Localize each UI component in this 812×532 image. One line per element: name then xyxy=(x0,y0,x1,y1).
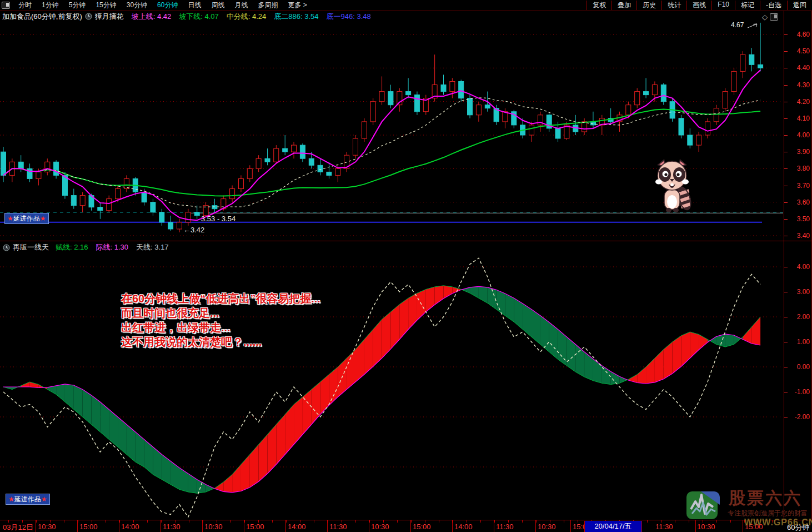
menu-item-分时[interactable]: 分时 xyxy=(13,1,37,10)
menu-item-月线[interactable]: 月线 xyxy=(229,1,253,10)
tool-menu: 复权叠加历史统计画线F10标记-自选返回 xyxy=(587,1,812,10)
sub-indicator-values: 赋线: 2.16际线: 1.30天线: 3.17 xyxy=(56,242,177,252)
menu-item-日线[interactable]: 日线 xyxy=(183,1,206,10)
clock-icon[interactable] xyxy=(3,244,10,251)
menu-item-画线[interactable]: 画线 xyxy=(686,1,711,10)
commentary-note: 在60分钟线上做“低进高出”很容易把握... 而且时间也很充足... 出红带进，… xyxy=(121,291,320,349)
menu-item-标记[interactable]: 标记 xyxy=(735,1,760,10)
time-label: 10:30 xyxy=(38,523,56,531)
time-label: 11:30 xyxy=(163,523,181,531)
indicator-value-底二886: 底二886: 3.54 xyxy=(274,12,318,21)
high-annotation: 4.67 xyxy=(731,21,744,29)
menu-item-15分钟[interactable]: 15分钟 xyxy=(91,1,121,10)
main-indicator-name: 獐月摘花 xyxy=(95,12,124,22)
menu-item-5分钟[interactable]: 5分钟 xyxy=(64,1,91,10)
menu-item-更多 >[interactable]: 更多 > xyxy=(283,1,312,10)
right-border xyxy=(811,11,811,532)
axis-label: 3.60 xyxy=(785,198,810,206)
time-label: 11:30 xyxy=(329,523,347,531)
menu-item-历史[interactable]: 历史 xyxy=(636,1,661,10)
axis-label: 0.00 xyxy=(785,363,810,371)
menu-item-周线[interactable]: 周线 xyxy=(206,1,229,10)
star-icon: ★ xyxy=(41,495,47,503)
time-label: 03月12日 xyxy=(3,523,33,532)
sub-chart[interactable] xyxy=(0,253,783,519)
axis-label: 3.80 xyxy=(785,165,810,172)
panel-icon[interactable] xyxy=(770,13,778,21)
author-badge-sub: ★延进作品★ xyxy=(6,494,50,505)
clock-icon[interactable] xyxy=(85,13,92,20)
time-label: 10:30 xyxy=(371,523,389,531)
menu-item--自选[interactable]: -自选 xyxy=(760,1,787,10)
panel-divider xyxy=(0,241,812,241)
app-window: 分时1分钟5分钟15分钟30分钟60分钟日线周线月线多周期更多 > 复权叠加历史… xyxy=(0,0,812,532)
menu-item-复权[interactable]: 复权 xyxy=(587,1,611,10)
site-logo xyxy=(684,487,725,524)
time-label: 11:30 xyxy=(496,523,514,531)
axis-label: 2.00 xyxy=(785,313,810,321)
time-label: 15:00 xyxy=(413,523,431,531)
axis-label: -2.00 xyxy=(785,413,810,421)
titlebar: 加加食品(60分钟,前复权) 獐月摘花 坡上线: 4.42坡下线: 4.07中分… xyxy=(0,11,783,22)
menu-item-1分钟[interactable]: 1分钟 xyxy=(37,1,64,10)
time-label: 15:00 xyxy=(79,523,98,531)
axis-label: 3.90 xyxy=(785,148,810,156)
indicator-value-底一946: 底一946: 3.48 xyxy=(327,12,371,21)
axis-label: 4.20 xyxy=(785,98,810,106)
axis-border xyxy=(784,11,784,532)
menu-item-F10[interactable]: F10 xyxy=(711,1,735,10)
axis-label: 1.00 xyxy=(785,338,810,346)
axis-label: 3.70 xyxy=(785,182,810,190)
indicator-value-坡下线: 坡下线: 4.07 xyxy=(179,12,219,21)
star-icon: ★ xyxy=(40,215,46,222)
time-label: 14:00 xyxy=(454,523,473,531)
axis-label: -1.00 xyxy=(785,388,810,396)
indicator-value-天线: 天线: 3.17 xyxy=(136,243,169,251)
diamond-icon[interactable]: ◇ xyxy=(762,13,768,21)
axis-label: 4.30 xyxy=(785,81,810,89)
axis-label: 3.00 xyxy=(785,288,810,296)
star-icon: ★ xyxy=(8,495,14,503)
watermark-slogan: 专注股票创造属于您的财富 xyxy=(728,509,808,518)
axis-label: 4.00 xyxy=(785,131,810,139)
low-annotation: ←3.42 xyxy=(183,226,204,234)
author-badge-main: ★延进作品★ xyxy=(4,213,49,224)
axis-label: 4.10 xyxy=(785,115,810,122)
indicator-value-中分线: 中分线: 4.24 xyxy=(227,12,267,21)
menu-item-30分钟[interactable]: 30分钟 xyxy=(122,1,152,10)
axis-label: 3.50 xyxy=(785,215,810,223)
sub-indicator-name: 再版一线天 xyxy=(13,242,49,252)
watermark-brand: 股票六六 xyxy=(729,487,802,510)
time-label: 10:30 xyxy=(538,523,556,531)
range-annotation: 3.53 - 3.54 xyxy=(201,215,235,223)
sub-indicator-header: 再版一线天 赋线: 2.16际线: 1.30天线: 3.17 xyxy=(0,242,783,253)
symbol-title: 加加食品(60分钟,前复权) xyxy=(2,12,82,22)
axis-label: 4.50 xyxy=(785,47,810,55)
time-label: 10:30 xyxy=(204,523,223,531)
time-label: 14:00 xyxy=(121,523,139,531)
axis-label: 3.40 xyxy=(785,232,810,240)
time-label: 14:00 xyxy=(288,523,306,531)
menu-item-返回[interactable]: 返回 xyxy=(787,1,812,10)
window-icon[interactable] xyxy=(2,2,10,9)
menu-item-统计[interactable]: 统计 xyxy=(661,1,686,10)
star-icon: ★ xyxy=(7,215,13,222)
indicator-value-坡上线: 坡上线: 4.42 xyxy=(132,12,172,21)
indicator-values: 坡上线: 4.42坡下线: 4.07中分线: 4.24底二886: 3.54底一… xyxy=(132,12,379,22)
menu-item-多周期[interactable]: 多周期 xyxy=(253,1,283,10)
site-watermark: 股票六六 专注股票创造属于您的财富 WWW.GP66.CN xyxy=(684,486,812,530)
period-menu: 分时1分钟5分钟15分钟30分钟60分钟日线周线月线多周期更多 > xyxy=(13,1,312,10)
time-label: 11:30 xyxy=(655,523,673,531)
menu-item-叠加[interactable]: 叠加 xyxy=(611,1,636,10)
menu-item-60分钟[interactable]: 60分钟 xyxy=(152,1,183,10)
indicator-value-际线: 际线: 1.30 xyxy=(96,243,129,251)
axis-label: 4.00 xyxy=(785,263,810,271)
axis-label: 4.40 xyxy=(785,64,810,72)
time-label: 15:00 xyxy=(246,523,264,531)
raccoon-mascot xyxy=(650,156,694,213)
crosshair-date-box: 20/04/17/五 11:30 xyxy=(584,521,642,532)
indicator-value-赋线: 赋线: 2.16 xyxy=(56,243,88,251)
watermark-url: WWW.GP66.CN xyxy=(744,518,812,528)
menubar: 分时1分钟5分钟15分钟30分钟60分钟日线周线月线多周期更多 > 复权叠加历史… xyxy=(0,0,812,11)
axis-label: 4.60 xyxy=(785,31,810,38)
